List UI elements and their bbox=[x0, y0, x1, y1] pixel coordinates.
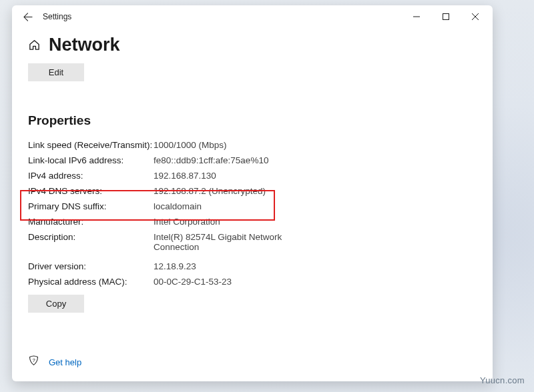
property-label: Description: bbox=[28, 232, 154, 252]
content-area: Network Edit Properties Link speed (Rece… bbox=[12, 28, 493, 381]
back-arrow-icon bbox=[23, 12, 33, 22]
property-label: Link-local IPv6 address: bbox=[28, 155, 154, 165]
property-value: fe80::ddb9:1cff:afe:75ae%10 bbox=[154, 155, 268, 165]
property-label: Manufacturer: bbox=[28, 217, 154, 227]
watermark: Yuucn.com bbox=[480, 375, 525, 385]
help-icon: ? bbox=[28, 355, 39, 369]
svg-rect-1 bbox=[443, 14, 449, 20]
window-title: Settings bbox=[43, 12, 402, 21]
svg-text:?: ? bbox=[32, 357, 35, 363]
property-label: Primary DNS suffix: bbox=[28, 201, 154, 211]
property-label: Driver version: bbox=[28, 261, 154, 271]
property-value: 1000/1000 (Mbps) bbox=[154, 140, 227, 150]
copy-button[interactable]: Copy bbox=[28, 295, 84, 313]
home-icon bbox=[28, 39, 41, 51]
property-label: IPv4 DNS servers: bbox=[28, 186, 154, 196]
property-row: IPv4 address: 192.168.87.130 bbox=[28, 168, 477, 183]
property-row: Manufacturer: Intel Corporation bbox=[28, 214, 477, 229]
close-icon bbox=[472, 13, 479, 20]
settings-window: Settings bbox=[12, 5, 493, 381]
property-row: Primary DNS suffix: localdomain bbox=[28, 199, 477, 214]
property-label: Physical address (MAC): bbox=[28, 277, 154, 287]
property-value: Intel Corporation bbox=[154, 217, 220, 227]
page-header: Network bbox=[28, 35, 477, 55]
property-value: 00-0C-29-C1-53-23 bbox=[154, 277, 232, 287]
maximize-icon bbox=[443, 13, 449, 20]
property-label: Link speed (Receive/Transmit): bbox=[28, 140, 154, 150]
maximize-button[interactable] bbox=[431, 7, 461, 27]
property-row: Link-local IPv6 address: fe80::ddb9:1cff… bbox=[28, 153, 477, 168]
property-row: Physical address (MAC): 00-0C-29-C1-53-2… bbox=[28, 274, 477, 289]
titlebar: Settings bbox=[12, 5, 493, 28]
property-value: 12.18.9.23 bbox=[154, 261, 196, 271]
close-button[interactable] bbox=[461, 7, 490, 27]
edit-button[interactable]: Edit bbox=[28, 63, 84, 81]
property-row: Driver version: 12.18.9.23 bbox=[28, 259, 477, 274]
property-value: Intel(R) 82574L Gigabit Network Connecti… bbox=[154, 232, 287, 252]
get-help-link[interactable]: Get help bbox=[49, 357, 81, 367]
property-value: 192.168.87.2 (Unencrypted) bbox=[154, 186, 266, 196]
properties-table: Link speed (Receive/Transmit): 1000/1000… bbox=[28, 137, 477, 289]
property-value: 192.168.87.130 bbox=[154, 171, 216, 181]
property-row: IPv4 DNS servers: 192.168.87.2 (Unencryp… bbox=[28, 183, 477, 199]
property-row: Link speed (Receive/Transmit): 1000/1000… bbox=[28, 137, 477, 153]
minimize-icon bbox=[413, 13, 420, 20]
property-row: Description: Intel(R) 82574L Gigabit Net… bbox=[28, 229, 477, 255]
property-value: localdomain bbox=[154, 201, 202, 211]
minimize-button[interactable] bbox=[402, 7, 431, 27]
footer: ? Get help bbox=[28, 355, 81, 369]
back-button[interactable] bbox=[16, 5, 39, 28]
properties-heading: Properties bbox=[28, 113, 477, 128]
page-title: Network bbox=[49, 35, 120, 55]
window-controls bbox=[402, 7, 490, 27]
property-label: IPv4 address: bbox=[28, 171, 154, 181]
